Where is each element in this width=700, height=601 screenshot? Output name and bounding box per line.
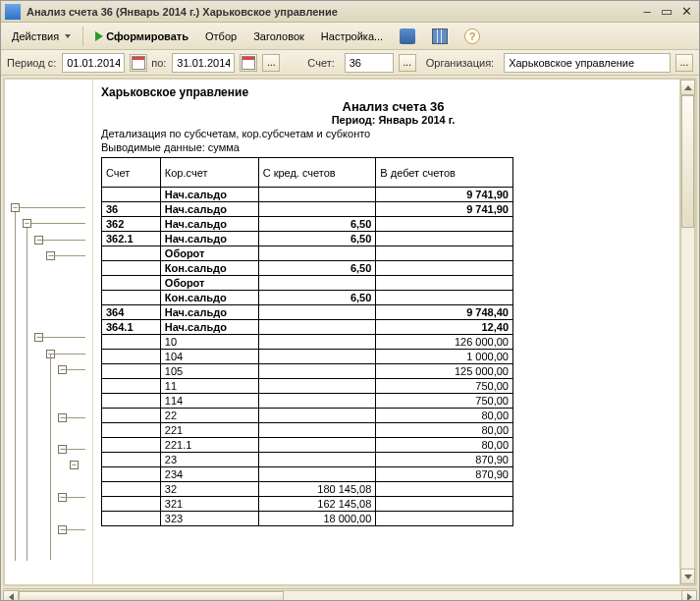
cell: 114 — [160, 394, 258, 409]
col-debit: В дебет счетов — [376, 158, 513, 188]
close-button[interactable]: ✕ — [677, 4, 695, 20]
cell: Нач.сальдо — [160, 188, 258, 202]
report-org: Харьковское управление — [101, 85, 685, 99]
scroll-right-button[interactable] — [681, 590, 697, 602]
chevron-down-icon — [684, 574, 692, 579]
cell: 321 — [160, 497, 258, 512]
outline-node[interactable]: − — [23, 219, 31, 228]
table-row[interactable]: 362.1Нач.сальдо6,50 — [102, 232, 513, 246]
table-row[interactable]: 22180,00 — [102, 423, 513, 438]
scroll-thumb[interactable] — [681, 95, 694, 228]
help-button[interactable]: ? — [458, 25, 487, 48]
table-row[interactable]: 11750,00 — [102, 379, 513, 394]
table-row[interactable]: 364Нач.сальдо9 748,40 — [102, 305, 513, 320]
table-row[interactable]: 234870,90 — [102, 467, 513, 482]
period-to-input[interactable] — [173, 54, 234, 72]
scroll-down-button[interactable] — [680, 569, 695, 584]
table-row[interactable]: 23870,90 — [102, 453, 513, 467]
cell: 162 145,08 — [258, 497, 376, 512]
outline-node[interactable]: − — [11, 203, 20, 212]
cell: 126 000,00 — [376, 335, 513, 350]
scroll-thumb-h[interactable] — [19, 591, 284, 602]
col-corr: Кор.счет — [160, 158, 258, 188]
cell — [102, 482, 161, 497]
table-row[interactable]: 36Нач.сальдо9 741,90 — [102, 202, 513, 217]
cell: Оборот — [160, 246, 258, 261]
cell: 105 — [160, 364, 258, 379]
table-row[interactable]: Кон.сальдо6,50 — [102, 291, 513, 305]
period-picker-button[interactable]: ... — [262, 54, 280, 72]
cell — [102, 246, 161, 261]
cell — [102, 394, 161, 409]
filter-button[interactable]: Отбор — [198, 27, 243, 46]
table-row[interactable]: 364.1Нач.сальдо12,40 — [102, 320, 513, 335]
scroll-up-button[interactable] — [680, 80, 695, 95]
table-row[interactable]: Оборот — [102, 276, 513, 291]
save-icon — [400, 28, 415, 44]
table-row[interactable]: 362Нач.сальдо6,50 — [102, 217, 513, 232]
period-from-input[interactable] — [63, 54, 124, 72]
cell: Кон.сальдо — [160, 291, 258, 305]
app-icon — [5, 4, 21, 20]
cell: Нач.сальдо — [160, 320, 258, 335]
save-button[interactable] — [393, 25, 422, 48]
cell: 362.1 — [102, 232, 161, 246]
account-picker-button[interactable]: ... — [399, 54, 416, 72]
cell: 104 — [160, 350, 258, 364]
cell — [258, 202, 376, 217]
separator — [82, 27, 83, 46]
table-row[interactable]: 105125 000,00 — [102, 364, 513, 379]
scroll-track-h[interactable] — [19, 590, 681, 602]
run-button[interactable]: Сформировать — [88, 27, 195, 46]
titlebar: Анализ счета 36 (Январь 2014 г.) Харьков… — [1, 1, 699, 23]
table-row[interactable]: 114750,00 — [102, 394, 513, 409]
cell — [376, 482, 513, 497]
chart-icon — [432, 28, 448, 44]
scroll-track[interactable] — [680, 95, 695, 569]
maximize-button[interactable]: ▭ — [658, 4, 675, 20]
table-row[interactable]: 1041 000,00 — [102, 350, 513, 364]
actions-menu[interactable]: Действия — [5, 27, 78, 46]
table-row[interactable]: 32318 000,00 — [102, 512, 513, 526]
header-button[interactable]: Заголовок — [246, 27, 311, 46]
minimize-button[interactable]: – — [638, 4, 656, 20]
table-row[interactable]: 221.180,00 — [102, 438, 513, 453]
outline-node[interactable]: − — [70, 461, 79, 469]
org-field[interactable] — [504, 53, 671, 73]
table-row[interactable]: 32180 145,08 — [102, 482, 513, 497]
period-to-calendar[interactable] — [240, 54, 257, 72]
settings-label: Настройка... — [321, 30, 383, 42]
header-label: Заголовок — [253, 30, 304, 42]
table-row[interactable]: Оборот — [102, 246, 513, 261]
period-from-calendar[interactable] — [130, 54, 147, 72]
report-document[interactable]: Харьковское управление Анализ счета 36 П… — [93, 80, 695, 584]
vertical-scrollbar[interactable] — [679, 80, 695, 584]
cell: 221.1 — [160, 438, 258, 453]
cell — [102, 276, 161, 291]
play-icon — [95, 31, 103, 41]
cell — [102, 512, 161, 526]
org-picker-button[interactable]: ... — [675, 54, 693, 72]
period-to-field[interactable] — [172, 53, 235, 73]
cell — [102, 335, 161, 350]
outline-pane[interactable]: − − − − − − − − − − − − — [5, 80, 93, 584]
cell — [258, 409, 376, 423]
settings-button[interactable]: Настройка... — [314, 27, 390, 46]
table-row[interactable]: 2280,00 — [102, 409, 513, 423]
table-row[interactable]: 10126 000,00 — [102, 335, 513, 350]
horizontal-scrollbar[interactable] — [3, 588, 697, 601]
report-output: Выводимые данные: сумма — [101, 141, 685, 153]
account-input[interactable] — [346, 54, 393, 72]
org-input[interactable] — [505, 54, 670, 72]
table-row[interactable]: Нач.сальдо9 741,90 — [102, 188, 513, 202]
cell: 6,50 — [258, 261, 376, 276]
account-field[interactable] — [345, 53, 394, 73]
chevron-down-icon — [65, 34, 71, 38]
chart-button[interactable] — [425, 25, 455, 48]
scroll-left-button[interactable] — [3, 590, 19, 602]
cell — [376, 276, 513, 291]
period-from-field[interactable] — [62, 53, 125, 73]
table-row[interactable]: Кон.сальдо6,50 — [102, 261, 513, 276]
table-row[interactable]: 321162 145,08 — [102, 497, 513, 512]
cell — [258, 350, 376, 364]
